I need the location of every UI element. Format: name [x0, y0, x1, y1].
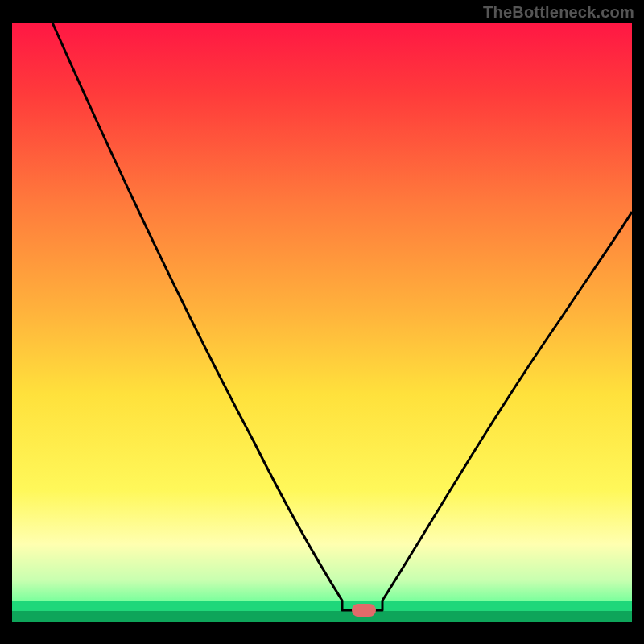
- watermark-text: TheBottleneck.com: [483, 3, 634, 22]
- baseline-band-dark: [12, 611, 632, 622]
- optimal-marker: [352, 604, 376, 617]
- heat-gradient: [12, 23, 632, 622]
- chart-frame: TheBottleneck.com: [0, 0, 644, 644]
- chart-canvas: [12, 23, 632, 622]
- baseline-band-light: [12, 601, 632, 611]
